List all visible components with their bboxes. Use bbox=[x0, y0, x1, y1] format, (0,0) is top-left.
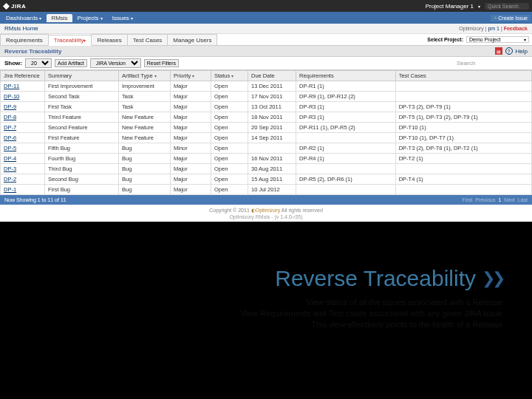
table-row: DP-10Second TaskTaskMajorOpen17 Nov 2011… bbox=[1, 92, 532, 102]
cell-test-cases: DP-T3 (2), DP-T8 (1), DP-T2 (1) bbox=[395, 143, 531, 154]
feedback-link[interactable]: Feedback bbox=[504, 26, 528, 31]
slide-title: Reverse Traceability ❯❯ bbox=[275, 266, 502, 291]
rmsis-home-link[interactable]: RMsis Home bbox=[4, 25, 38, 32]
cell-jira-ref[interactable]: DP-5 bbox=[1, 143, 45, 154]
cell-artifact-type: Bug bbox=[119, 164, 171, 174]
cell-status: Open bbox=[211, 92, 248, 102]
cell-priority: Major bbox=[171, 112, 211, 123]
col-priority[interactable]: Priority ▾ bbox=[171, 71, 211, 81]
table-search-input[interactable]: Search bbox=[454, 59, 528, 67]
tab-requirements[interactable]: Requirements bbox=[0, 34, 49, 45]
cell-summary: Fourth Bug bbox=[45, 154, 119, 164]
cell-summary: Second Bug bbox=[45, 174, 119, 185]
help-icon[interactable]: ? bbox=[505, 47, 513, 55]
col-test-cases[interactable]: Test Cases bbox=[395, 71, 531, 81]
col-summary[interactable]: Summary bbox=[45, 71, 119, 81]
tab-traceability[interactable]: Traceability ▾ bbox=[48, 35, 92, 46]
cell-summary: First Bug bbox=[45, 185, 119, 195]
cell-jira-ref[interactable]: DP-8 bbox=[1, 112, 45, 123]
chevron-down-icon: ▾ bbox=[100, 16, 103, 21]
page-next[interactable]: Next bbox=[504, 197, 514, 202]
cell-requirements: DP-R5 (2), DP-R6 (1) bbox=[296, 174, 396, 185]
table-row: DP-6First FeatureNew FeatureMajorOpen14 … bbox=[1, 133, 532, 143]
cell-summary: Second Feature bbox=[45, 123, 119, 133]
cell-artifact-type: Bug bbox=[119, 143, 171, 154]
cell-requirements: DP-R9 (1), DP-R12 (2) bbox=[296, 92, 396, 102]
cell-artifact-type: Task bbox=[119, 102, 171, 112]
cell-status: Open bbox=[211, 123, 248, 133]
cell-summary: First Improvement bbox=[45, 81, 119, 92]
page-first[interactable]: First bbox=[463, 197, 473, 202]
cell-jira-ref[interactable]: DP-6 bbox=[1, 133, 45, 143]
page-current: 1 bbox=[498, 197, 501, 202]
jira-logo-text: JIRA bbox=[11, 3, 26, 10]
cell-test-cases: DP-T10 (1), DP-T7 (1) bbox=[395, 133, 531, 143]
help-link[interactable]: Help bbox=[516, 48, 528, 55]
cell-requirements bbox=[296, 164, 396, 174]
cell-test-cases bbox=[395, 92, 531, 102]
cell-test-cases bbox=[395, 164, 531, 174]
jira-logo-icon bbox=[3, 3, 10, 10]
cell-due-date: 20 Sep 2011 bbox=[248, 123, 296, 133]
chevron-down-icon: ▾ bbox=[154, 74, 157, 78]
col-due-date[interactable]: Due Date bbox=[248, 71, 296, 81]
cell-priority: Major bbox=[171, 81, 211, 92]
tab-test-cases[interactable]: Test Cases bbox=[127, 34, 168, 45]
add-artifact-button[interactable]: Add Artifact bbox=[55, 59, 87, 67]
module-tabs: Requirements Traceability ▾ Releases Tes… bbox=[0, 34, 532, 46]
cell-due-date: 18 Nov 2011 bbox=[248, 112, 296, 123]
cell-jira-ref[interactable]: DP-1 bbox=[1, 185, 45, 195]
jira-version-select[interactable]: JIRA Version bbox=[90, 58, 141, 68]
nav-rmsis[interactable]: RMsis bbox=[47, 14, 72, 22]
cell-jira-ref[interactable]: DP-7 bbox=[1, 123, 45, 133]
user-dropdown-icon[interactable]: ▾ bbox=[478, 4, 480, 9]
col-requirements[interactable]: Requirements bbox=[296, 71, 396, 81]
table-row: DP-1First BugBugMajorOpen10 Jul 2012 bbox=[1, 185, 532, 195]
pdf-export-icon[interactable]: ▤ bbox=[495, 47, 502, 55]
cell-jira-ref[interactable]: DP-4 bbox=[1, 154, 45, 164]
cell-status: Open bbox=[211, 102, 248, 112]
cell-due-date: 10 Jul 2012 bbox=[248, 185, 296, 195]
vendor-brand: ◐Optimizory bbox=[251, 208, 280, 213]
slide-line: View status of all the issues associated… bbox=[0, 297, 502, 308]
tab-manage-users[interactable]: Manage Users bbox=[167, 34, 217, 45]
col-artifact-type[interactable]: Artifact Type ▾ bbox=[119, 71, 171, 81]
table-row: DP-11First ImprovementImprovementMajorOp… bbox=[1, 81, 532, 92]
cell-requirements: DP-R2 (1) bbox=[296, 143, 396, 154]
page-last[interactable]: Last bbox=[518, 197, 528, 202]
cell-jira-ref[interactable]: DP-9 bbox=[1, 102, 45, 112]
cell-artifact-type: Bug bbox=[119, 185, 171, 195]
col-status[interactable]: Status ▾ bbox=[211, 71, 248, 81]
cell-jira-ref[interactable]: DP-11 bbox=[1, 81, 45, 92]
project-select[interactable]: Demo Project▾ bbox=[466, 36, 529, 43]
table-row: DP-3Third BugBugMajorOpen30 Aug 2011 bbox=[1, 164, 532, 174]
table-row: DP-5Fifth BugBugMinorOpenDP-R2 (1)DP-T3 … bbox=[1, 143, 532, 154]
cell-priority: Major bbox=[171, 174, 211, 185]
nav-projects[interactable]: Projects ▾ bbox=[73, 14, 107, 22]
tab-releases[interactable]: Releases bbox=[91, 34, 127, 45]
cell-artifact-type: New Feature bbox=[119, 133, 171, 143]
quick-search-input[interactable]: Quick Search bbox=[485, 3, 529, 10]
cell-requirements bbox=[296, 185, 396, 195]
user-link[interactable]: pm 1 bbox=[488, 26, 499, 31]
cell-jira-ref[interactable]: DP-2 bbox=[1, 174, 45, 185]
reset-filters-button[interactable]: Reset Filters bbox=[144, 59, 179, 67]
nav-issues[interactable]: Issues ▾ bbox=[108, 14, 137, 22]
cell-requirements: DP-R11 (1), DP-R5 (2) bbox=[296, 123, 396, 133]
cell-test-cases bbox=[395, 81, 531, 92]
cell-jira-ref[interactable]: DP-10 bbox=[1, 92, 45, 102]
cell-priority: Major bbox=[171, 123, 211, 133]
chevron-down-icon: ▾ bbox=[131, 16, 133, 21]
page-previous[interactable]: Previous bbox=[475, 197, 495, 202]
page-size-select[interactable]: 20 bbox=[25, 58, 52, 68]
current-user[interactable]: Project Manager 1 bbox=[426, 3, 474, 10]
showing-count: Now Showing 1 to 11 of 11 bbox=[4, 197, 66, 202]
col-jira-ref[interactable]: Jira Reference bbox=[1, 71, 45, 81]
cell-jira-ref[interactable]: DP-3 bbox=[1, 164, 45, 174]
chevron-down-icon: ▾ bbox=[231, 74, 233, 78]
nav-dashboards[interactable]: Dashboards ▾ bbox=[1, 14, 46, 22]
cell-summary: Third Feature bbox=[45, 112, 119, 123]
table-row: DP-4Fourth BugBugMajorOpen16 Nov 2011DP-… bbox=[1, 154, 532, 164]
cell-requirements: DP-R3 (1) bbox=[296, 102, 396, 112]
create-issue-button[interactable]: + Create Issue bbox=[491, 15, 531, 21]
